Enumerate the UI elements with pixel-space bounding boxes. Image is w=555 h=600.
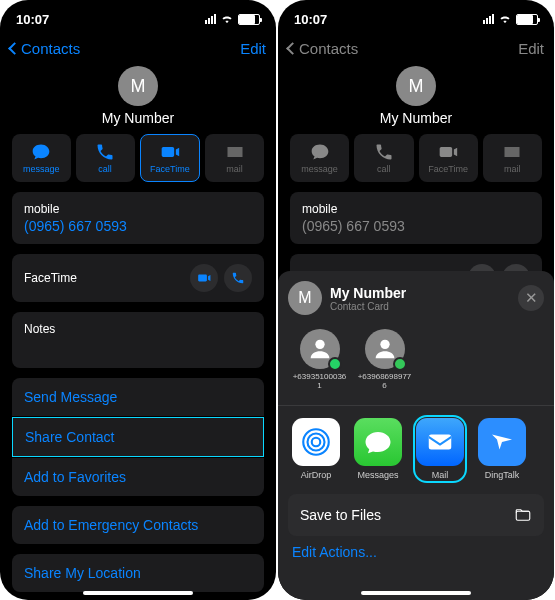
avatar[interactable]: M xyxy=(118,66,158,106)
messages-badge-icon xyxy=(393,357,407,371)
svg-point-0 xyxy=(315,340,324,349)
contact-name-r: My Number xyxy=(278,110,554,126)
message-icon-r xyxy=(310,142,330,162)
notes-label: Notes xyxy=(24,322,252,336)
save-to-files[interactable]: Save to Files xyxy=(288,494,544,536)
chevron-left-icon-r xyxy=(286,42,299,55)
action-buttons: message call FaceTime mail xyxy=(0,134,276,192)
facetime-label-r: FaceTime xyxy=(428,164,468,174)
facetime-video-button[interactable] xyxy=(190,264,218,292)
svg-rect-6 xyxy=(516,511,530,520)
facetime-button[interactable]: FaceTime xyxy=(140,134,201,182)
contact-header: M My Number xyxy=(0,62,276,134)
call-label: call xyxy=(98,164,112,174)
call-button-r[interactable]: call xyxy=(354,134,413,182)
edit-button[interactable]: Edit xyxy=(240,40,266,57)
add-emergency-link[interactable]: Add to Emergency Contacts xyxy=(12,506,264,544)
video-icon xyxy=(197,271,211,285)
airdrop-icon xyxy=(292,418,340,466)
status-icons-r xyxy=(483,14,538,25)
link-group-2: Add to Emergency Contacts Share My Locat… xyxy=(12,506,264,592)
mail-app[interactable]: Mail xyxy=(416,418,464,480)
mobile-number: (0965) 667 0593 xyxy=(24,218,252,234)
home-indicator-r[interactable] xyxy=(361,591,471,595)
notes-field[interactable]: Notes xyxy=(12,312,264,368)
airdrop-app[interactable]: AirDrop xyxy=(292,418,340,480)
mobile-label-r: mobile xyxy=(302,202,530,216)
phone-icon xyxy=(95,142,115,162)
action-buttons-r: message call FaceTime mail xyxy=(278,134,554,192)
mail-app-label: Mail xyxy=(432,470,449,480)
signal-icon xyxy=(205,14,216,24)
dingtalk-app[interactable]: DingTalk xyxy=(478,418,526,480)
back-button-r[interactable]: Contacts xyxy=(288,40,358,57)
back-label: Contacts xyxy=(21,40,80,57)
contact-targets: +639351000361 +639686989776 xyxy=(288,329,544,391)
messages-app-label: Messages xyxy=(357,470,398,480)
sheet-title: My Number xyxy=(330,285,406,301)
phone-icon-r xyxy=(374,142,394,162)
target-label-1: +639351000361 xyxy=(292,373,347,391)
target-label-2: +639686989776 xyxy=(357,373,412,391)
status-bar: 10:07 xyxy=(0,4,276,34)
share-contact-link[interactable]: Share Contact xyxy=(12,417,264,457)
back-button[interactable]: Contacts xyxy=(10,40,80,57)
target-contact-1[interactable]: +639351000361 xyxy=(292,329,347,391)
chevron-left-icon xyxy=(8,42,21,55)
mobile-field-r[interactable]: mobile (0965) 667 0593 xyxy=(290,192,542,244)
target-avatar-2 xyxy=(365,329,405,369)
divider xyxy=(278,405,554,406)
mail-button[interactable]: mail xyxy=(205,134,264,182)
avatar-r[interactable]: M xyxy=(396,66,436,106)
mail-label: mail xyxy=(226,164,243,174)
close-button[interactable]: ✕ xyxy=(518,285,544,311)
facetime-icons xyxy=(190,264,252,292)
status-icons xyxy=(205,14,260,25)
message-button-r[interactable]: message xyxy=(290,134,349,182)
phone-small-icon xyxy=(231,271,245,285)
wifi-icon-r xyxy=(498,14,512,24)
message-label-r: message xyxy=(301,164,338,174)
messages-app[interactable]: Messages xyxy=(354,418,402,480)
facetime-button-r[interactable]: FaceTime xyxy=(419,134,478,182)
mail-icon xyxy=(225,142,245,162)
add-favorites-link[interactable]: Add to Favorites xyxy=(12,458,264,496)
time-r: 10:07 xyxy=(294,12,327,27)
edit-actions-link[interactable]: Edit Actions... xyxy=(288,544,544,560)
status-bar-r: 10:07 xyxy=(278,4,554,34)
edit-button-r[interactable]: Edit xyxy=(518,40,544,57)
sheet-header: M My Number Contact Card ✕ xyxy=(288,281,544,315)
facetime-audio-button[interactable] xyxy=(224,264,252,292)
link-group-1: Send Message Share Contact Add to Favori… xyxy=(12,378,264,496)
phone-right: 10:07 Contacts Edit M My Number message … xyxy=(278,0,554,600)
facetime-icon-r xyxy=(438,142,458,162)
mobile-field[interactable]: mobile (0965) 667 0593 xyxy=(12,192,264,244)
call-button[interactable]: call xyxy=(76,134,135,182)
time: 10:07 xyxy=(16,12,49,27)
share-apps: AirDrop Messages Mail DingTalk xyxy=(288,418,544,480)
share-sheet: M My Number Contact Card ✕ +639351000361 xyxy=(278,271,554,600)
mobile-label: mobile xyxy=(24,202,252,216)
nav-bar: Contacts Edit xyxy=(0,34,276,62)
send-message-link[interactable]: Send Message xyxy=(12,378,264,416)
back-label-r: Contacts xyxy=(299,40,358,57)
dingtalk-label: DingTalk xyxy=(485,470,520,480)
share-location-link[interactable]: Share My Location xyxy=(12,554,264,592)
nav-bar-r: Contacts Edit xyxy=(278,34,554,62)
mail-app-icon xyxy=(416,418,464,466)
target-avatar-1 xyxy=(300,329,340,369)
target-contact-2[interactable]: +639686989776 xyxy=(357,329,412,391)
message-button[interactable]: message xyxy=(12,134,71,182)
svg-point-1 xyxy=(380,340,389,349)
mail-button-r[interactable]: mail xyxy=(483,134,542,182)
facetime-field-label: FaceTime xyxy=(24,271,77,285)
home-indicator[interactable] xyxy=(83,591,193,595)
contact-name: My Number xyxy=(0,110,276,126)
facetime-field: FaceTime xyxy=(12,254,264,302)
svg-rect-5 xyxy=(429,435,452,450)
sheet-avatar: M xyxy=(288,281,322,315)
call-label-r: call xyxy=(377,164,391,174)
wifi-icon xyxy=(220,14,234,24)
contact-header-r: M My Number xyxy=(278,62,554,134)
mobile-number-r: (0965) 667 0593 xyxy=(302,218,530,234)
